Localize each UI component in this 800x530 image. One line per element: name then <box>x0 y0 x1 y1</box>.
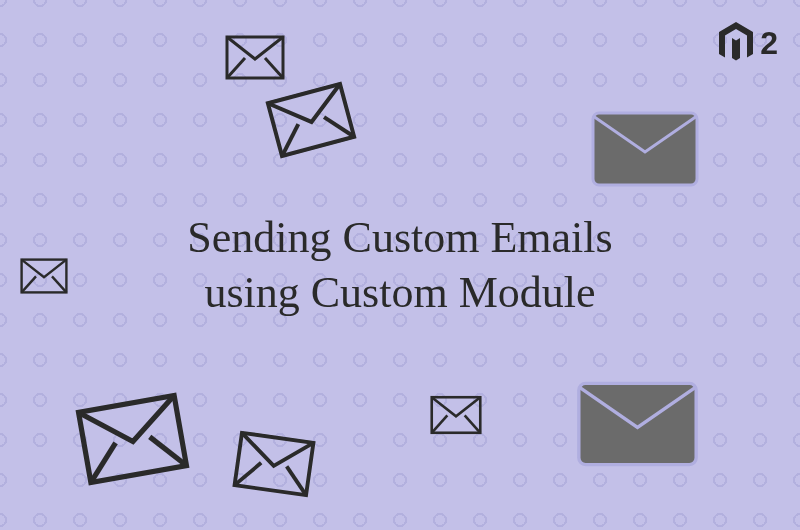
logo-version-text: 2 <box>760 25 778 62</box>
envelope-icon <box>231 430 316 498</box>
svg-rect-6 <box>593 113 697 185</box>
title-line-1: Sending Custom Emails <box>0 210 800 265</box>
main-content: 2 Sending Custom Emails using Custom Mod… <box>0 0 800 530</box>
page-title: Sending Custom Emails using Custom Modul… <box>0 210 800 320</box>
envelope-icon <box>225 35 285 80</box>
title-line-2: using Custom Module <box>0 265 800 320</box>
envelope-icon <box>430 395 482 435</box>
envelope-icon <box>74 391 191 486</box>
envelope-icon <box>20 258 68 294</box>
envelope-icon <box>590 110 700 188</box>
magento-logo: 2 <box>718 22 778 64</box>
magento-icon <box>718 22 754 64</box>
envelope-icon <box>264 80 359 159</box>
svg-rect-7 <box>579 383 696 464</box>
envelope-icon <box>575 380 700 468</box>
